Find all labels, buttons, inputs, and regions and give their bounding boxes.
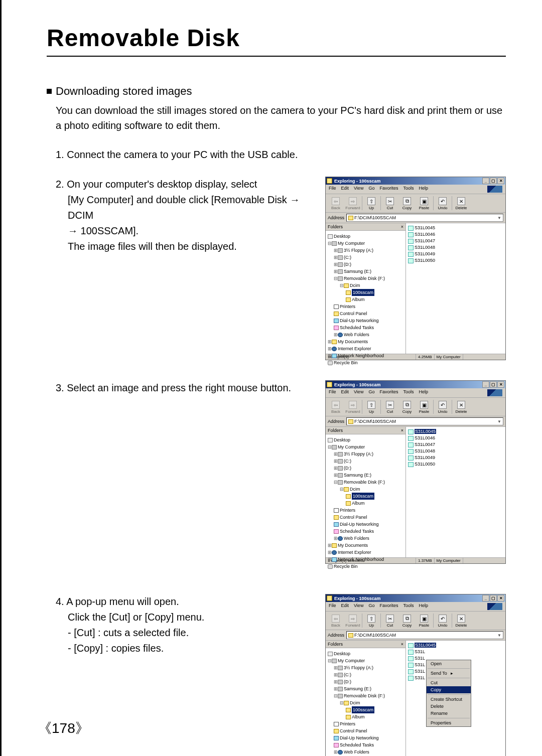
context-menu[interactable]: Open Send To ▸ Cut Copy Create Shortcut … xyxy=(426,660,471,727)
menubar: File Edit View Go Favorites Tools Help xyxy=(326,185,505,194)
step-2-line3: → 100SSCAM]. xyxy=(68,223,315,239)
step-3: 3. Select an image and press the right m… xyxy=(56,380,315,396)
ctx-open[interactable]: Open xyxy=(427,660,471,667)
step-4-line1: 4. A pop-up menu will open. xyxy=(56,594,315,610)
ctx-rename[interactable]: Rename xyxy=(427,710,471,717)
tree-selected: 100sscam xyxy=(352,289,374,296)
copy-button[interactable]: ⧉Copy xyxy=(399,197,415,210)
status-location: My Computer xyxy=(435,354,463,360)
explorer-screenshot-3: Exploring - 100sscam _▢✕ FileEditViewGoF… xyxy=(325,594,506,756)
folder-icon xyxy=(348,216,353,220)
image-file-icon xyxy=(408,245,414,250)
forward-button[interactable]: ⇨Forward xyxy=(345,197,361,210)
page-title: Removable Disk xyxy=(47,24,506,52)
step-2-line1: 2. On your computer's desktop display, s… xyxy=(56,177,315,192)
menu-favorites[interactable]: Favorites xyxy=(379,186,398,193)
folders-label: Folders xyxy=(328,224,343,229)
menu-tools[interactable]: Tools xyxy=(403,186,414,193)
files-list[interactable]: S31L0045 S31L0046 S31L0047 S31L0048 S31L… xyxy=(406,223,505,354)
selected-file[interactable]: S31L0045 xyxy=(408,428,503,435)
step-4-copy: - [Copy] : copies files. xyxy=(68,641,315,656)
image-file-icon xyxy=(408,226,414,231)
explorer-screenshot-2: Exploring - 100sscam _▢✕ FileEditViewGoF… xyxy=(325,380,506,564)
close-icon[interactable]: ✕ xyxy=(497,381,504,388)
ctx-copy[interactable]: Copy xyxy=(427,686,471,693)
section-heading: Downloading stored images xyxy=(56,85,192,98)
ctx-shortcut[interactable]: Create Shortcut xyxy=(427,696,471,703)
address-input[interactable]: F:\DCIM\100SSCAM ▼ xyxy=(346,214,503,222)
menu-go[interactable]: Go xyxy=(368,186,374,193)
image-file-icon xyxy=(408,239,414,244)
cut-button[interactable]: ✂Cut xyxy=(382,197,398,210)
ctx-delete[interactable]: Delete xyxy=(427,703,471,710)
folder-tree[interactable]: Desktop ⊟My Computer ⊞3½ Floppy (A:) ⊞(C… xyxy=(326,231,405,368)
ctx-cut[interactable]: Cut xyxy=(427,679,471,686)
bullet-icon xyxy=(47,89,52,94)
undo-button[interactable]: ↶Undo xyxy=(435,197,451,210)
close-icon[interactable]: ✕ xyxy=(497,178,504,184)
image-file-icon xyxy=(408,232,414,237)
image-file-icon xyxy=(408,252,414,257)
windows-logo-icon xyxy=(487,389,502,396)
explorer-screenshot-1: Exploring - 100sscam _ ▢ ✕ File Edit Vie… xyxy=(325,177,506,360)
step-2-line4: The image files will then be displayed. xyxy=(68,239,315,254)
image-file-icon xyxy=(408,258,414,263)
chevron-down-icon[interactable]: ▼ xyxy=(497,216,501,220)
address-label: Address xyxy=(328,215,344,220)
close-pane-icon[interactable]: × xyxy=(401,224,403,229)
maximize-icon[interactable]: ▢ xyxy=(490,178,497,184)
back-button[interactable]: ⇦Back xyxy=(328,197,344,210)
paste-button[interactable]: ▣Paste xyxy=(416,197,432,210)
menu-view[interactable]: View xyxy=(354,186,363,193)
step-4-cut: - [Cut] : cuts a selected file. xyxy=(68,625,315,641)
menu-help[interactable]: Help xyxy=(419,186,428,193)
step-1: 1. Connect the camera to your PC with th… xyxy=(56,147,506,163)
window-title: Exploring - 100sscam xyxy=(334,179,381,184)
ctx-sendto[interactable]: Send To ▸ xyxy=(427,670,471,677)
menu-file[interactable]: File xyxy=(329,186,336,193)
step-2-line2: [My Computer] and double click [Removabl… xyxy=(68,192,315,223)
status-size: 4.25MB xyxy=(416,354,435,360)
up-button[interactable]: ⇧Up xyxy=(363,197,379,210)
ctx-properties[interactable]: Properties xyxy=(427,719,471,726)
step-4-line2: Click the [Cut] or [Copy] menu. xyxy=(68,610,315,625)
folder-icon xyxy=(327,382,332,387)
folder-icon xyxy=(327,178,332,184)
minimize-icon[interactable]: _ xyxy=(482,178,489,184)
maximize-icon[interactable]: ▢ xyxy=(490,381,497,388)
delete-button[interactable]: ✕Delete xyxy=(453,197,469,210)
menu-edit[interactable]: Edit xyxy=(341,186,349,193)
windows-logo-icon xyxy=(487,186,502,193)
intro-paragraph: You can download the still images stored… xyxy=(56,103,506,133)
page-number: 《178》 xyxy=(38,719,89,738)
minimize-icon[interactable]: _ xyxy=(482,381,489,388)
